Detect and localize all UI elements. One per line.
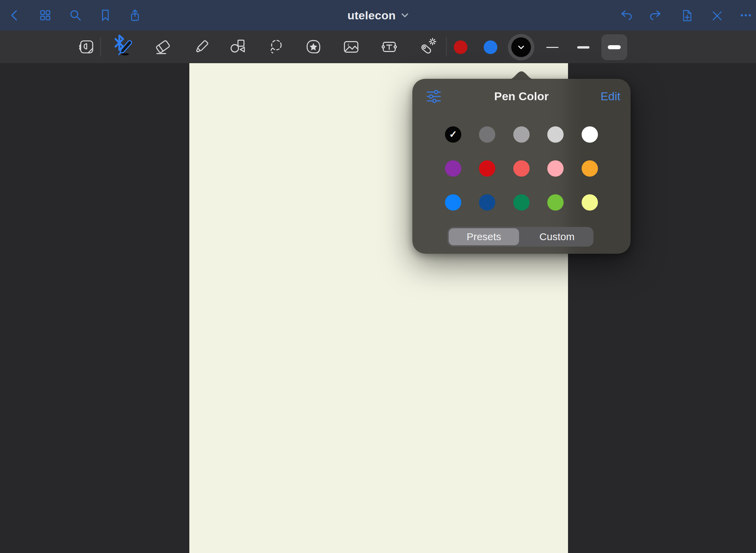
more-icon[interactable]: [739, 8, 753, 22]
toolbar-separator: [100, 37, 101, 56]
current-color-swatch: [511, 37, 531, 57]
tab-custom[interactable]: Custom: [522, 228, 592, 245]
segmented-control: PresetsCustom: [447, 227, 594, 247]
swatch-pink[interactable]: [547, 160, 564, 177]
stroke-widths: [542, 36, 634, 58]
eraser-tool-icon[interactable]: [154, 38, 172, 56]
swatch-purple[interactable]: [445, 160, 461, 177]
bookmark-icon[interactable]: [99, 8, 112, 22]
stroke-thick-button[interactable]: [601, 34, 627, 60]
swatch-coral[interactable]: [513, 160, 530, 177]
toolbar-separator: [446, 37, 447, 56]
document-title[interactable]: utelecon: [347, 9, 396, 22]
tab-presets[interactable]: Presets: [449, 228, 519, 245]
back-icon[interactable]: [8, 8, 21, 22]
quick-color-red[interactable]: [454, 40, 467, 54]
swatch-red[interactable]: [479, 160, 495, 177]
popover-arrow: [509, 71, 534, 79]
grid-overview-icon[interactable]: [38, 8, 52, 22]
shapes-tool-icon[interactable]: [228, 38, 247, 56]
swatch-navy[interactable]: [479, 194, 495, 211]
swatch-light-green[interactable]: [547, 194, 564, 211]
swatch-light-gray[interactable]: [547, 126, 564, 143]
highlighter-tool-icon[interactable]: [192, 38, 211, 56]
check-icon: ✓: [449, 130, 457, 139]
text-tool-icon[interactable]: [380, 38, 398, 56]
swatch-blue[interactable]: [445, 194, 461, 211]
chevron-down-icon: [518, 45, 525, 50]
image-tool-icon[interactable]: [342, 38, 360, 56]
stroke-thin-button[interactable]: [542, 36, 563, 58]
stroke-medium-button[interactable]: [572, 36, 594, 58]
swatch-yellow[interactable]: [582, 194, 598, 211]
redo-icon[interactable]: [649, 8, 663, 22]
swatch-gray[interactable]: [513, 126, 530, 143]
share-icon[interactable]: [128, 8, 142, 22]
quick-colors: [454, 40, 497, 54]
quick-color-blue[interactable]: [484, 40, 497, 54]
stroke-line: [546, 47, 559, 48]
bluetooth-icon: [110, 34, 117, 44]
swatch-dark-gray[interactable]: [479, 126, 495, 143]
swatch-white[interactable]: [582, 126, 598, 143]
pen-color-popover: Pen Color Edit ✓ PresetsCustom: [412, 79, 631, 254]
sticker-tool-icon[interactable]: [304, 38, 323, 56]
stylus-cross-icon[interactable]: [710, 8, 723, 22]
stroke-line: [608, 45, 621, 49]
pen-tool-icon[interactable]: [116, 38, 134, 56]
page-view-icon[interactable]: [77, 38, 96, 56]
lasso-tool-icon[interactable]: [267, 38, 285, 56]
title-chevron-down-icon: [401, 13, 409, 18]
add-page-icon[interactable]: [680, 8, 693, 22]
swatch-green[interactable]: [513, 194, 530, 211]
search-icon[interactable]: [69, 8, 82, 22]
title-row: utelecon: [0, 0, 756, 31]
app-screen: utelecon: [0, 0, 756, 553]
swatch-black[interactable]: ✓: [445, 126, 461, 143]
nav-bar: utelecon: [0, 0, 756, 31]
stroke-line: [577, 46, 589, 49]
undo-icon[interactable]: [619, 8, 633, 22]
tool-bar: [0, 31, 756, 63]
swatch-orange[interactable]: [582, 160, 598, 177]
current-color-selector[interactable]: [508, 34, 534, 60]
laser-pointer-tool-icon[interactable]: [418, 38, 437, 56]
